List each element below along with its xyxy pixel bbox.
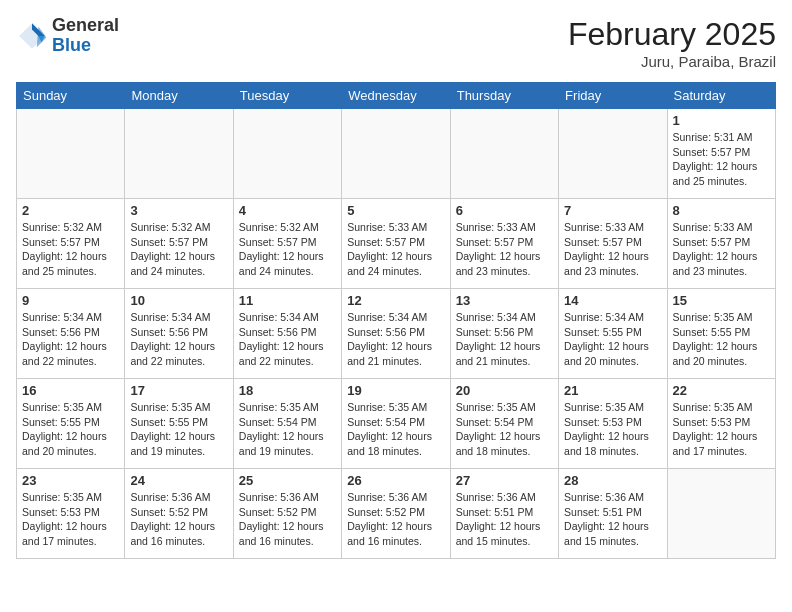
- day-number: 13: [456, 293, 553, 308]
- month-title: February 2025: [568, 16, 776, 53]
- day-number: 1: [673, 113, 770, 128]
- day-number: 24: [130, 473, 227, 488]
- day-cell: 21Sunrise: 5:35 AM Sunset: 5:53 PM Dayli…: [559, 379, 667, 469]
- day-cell: 27Sunrise: 5:36 AM Sunset: 5:51 PM Dayli…: [450, 469, 558, 559]
- day-info: Sunrise: 5:33 AM Sunset: 5:57 PM Dayligh…: [673, 220, 770, 279]
- day-number: 23: [22, 473, 119, 488]
- day-number: 6: [456, 203, 553, 218]
- calendar: SundayMondayTuesdayWednesdayThursdayFrid…: [16, 82, 776, 559]
- day-number: 10: [130, 293, 227, 308]
- weekday-header-tuesday: Tuesday: [233, 83, 341, 109]
- day-cell: 23Sunrise: 5:35 AM Sunset: 5:53 PM Dayli…: [17, 469, 125, 559]
- day-info: Sunrise: 5:35 AM Sunset: 5:53 PM Dayligh…: [564, 400, 661, 459]
- weekday-header-wednesday: Wednesday: [342, 83, 450, 109]
- day-cell: [342, 109, 450, 199]
- weekday-header-row: SundayMondayTuesdayWednesdayThursdayFrid…: [17, 83, 776, 109]
- day-number: 22: [673, 383, 770, 398]
- weekday-header-sunday: Sunday: [17, 83, 125, 109]
- day-cell: 5Sunrise: 5:33 AM Sunset: 5:57 PM Daylig…: [342, 199, 450, 289]
- day-number: 17: [130, 383, 227, 398]
- day-number: 28: [564, 473, 661, 488]
- day-info: Sunrise: 5:35 AM Sunset: 5:54 PM Dayligh…: [456, 400, 553, 459]
- day-cell: 2Sunrise: 5:32 AM Sunset: 5:57 PM Daylig…: [17, 199, 125, 289]
- day-cell: 17Sunrise: 5:35 AM Sunset: 5:55 PM Dayli…: [125, 379, 233, 469]
- day-info: Sunrise: 5:35 AM Sunset: 5:53 PM Dayligh…: [673, 400, 770, 459]
- day-cell: 28Sunrise: 5:36 AM Sunset: 5:51 PM Dayli…: [559, 469, 667, 559]
- day-number: 3: [130, 203, 227, 218]
- day-info: Sunrise: 5:36 AM Sunset: 5:51 PM Dayligh…: [456, 490, 553, 549]
- logo-text: General Blue: [52, 16, 119, 56]
- day-number: 21: [564, 383, 661, 398]
- day-cell: 22Sunrise: 5:35 AM Sunset: 5:53 PM Dayli…: [667, 379, 775, 469]
- day-cell: [233, 109, 341, 199]
- day-cell: 13Sunrise: 5:34 AM Sunset: 5:56 PM Dayli…: [450, 289, 558, 379]
- day-cell: 15Sunrise: 5:35 AM Sunset: 5:55 PM Dayli…: [667, 289, 775, 379]
- day-number: 14: [564, 293, 661, 308]
- day-cell: 20Sunrise: 5:35 AM Sunset: 5:54 PM Dayli…: [450, 379, 558, 469]
- day-info: Sunrise: 5:36 AM Sunset: 5:52 PM Dayligh…: [130, 490, 227, 549]
- day-number: 15: [673, 293, 770, 308]
- day-cell: 12Sunrise: 5:34 AM Sunset: 5:56 PM Dayli…: [342, 289, 450, 379]
- weekday-header-monday: Monday: [125, 83, 233, 109]
- day-cell: [17, 109, 125, 199]
- day-info: Sunrise: 5:34 AM Sunset: 5:55 PM Dayligh…: [564, 310, 661, 369]
- day-number: 12: [347, 293, 444, 308]
- weekday-header-friday: Friday: [559, 83, 667, 109]
- day-info: Sunrise: 5:33 AM Sunset: 5:57 PM Dayligh…: [456, 220, 553, 279]
- day-number: 11: [239, 293, 336, 308]
- day-number: 25: [239, 473, 336, 488]
- week-row-2: 2Sunrise: 5:32 AM Sunset: 5:57 PM Daylig…: [17, 199, 776, 289]
- day-number: 19: [347, 383, 444, 398]
- day-info: Sunrise: 5:35 AM Sunset: 5:54 PM Dayligh…: [347, 400, 444, 459]
- day-info: Sunrise: 5:35 AM Sunset: 5:53 PM Dayligh…: [22, 490, 119, 549]
- day-cell: 3Sunrise: 5:32 AM Sunset: 5:57 PM Daylig…: [125, 199, 233, 289]
- day-info: Sunrise: 5:35 AM Sunset: 5:55 PM Dayligh…: [673, 310, 770, 369]
- day-number: 27: [456, 473, 553, 488]
- day-info: Sunrise: 5:32 AM Sunset: 5:57 PM Dayligh…: [130, 220, 227, 279]
- day-number: 8: [673, 203, 770, 218]
- page-header: General Blue February 2025 Juru, Paraiba…: [16, 16, 776, 70]
- day-cell: 8Sunrise: 5:33 AM Sunset: 5:57 PM Daylig…: [667, 199, 775, 289]
- day-info: Sunrise: 5:35 AM Sunset: 5:55 PM Dayligh…: [22, 400, 119, 459]
- day-cell: 7Sunrise: 5:33 AM Sunset: 5:57 PM Daylig…: [559, 199, 667, 289]
- day-cell: 19Sunrise: 5:35 AM Sunset: 5:54 PM Dayli…: [342, 379, 450, 469]
- day-info: Sunrise: 5:34 AM Sunset: 5:56 PM Dayligh…: [239, 310, 336, 369]
- location: Juru, Paraiba, Brazil: [568, 53, 776, 70]
- day-number: 9: [22, 293, 119, 308]
- day-cell: 10Sunrise: 5:34 AM Sunset: 5:56 PM Dayli…: [125, 289, 233, 379]
- day-info: Sunrise: 5:33 AM Sunset: 5:57 PM Dayligh…: [347, 220, 444, 279]
- weekday-header-saturday: Saturday: [667, 83, 775, 109]
- day-cell: [450, 109, 558, 199]
- weekday-header-thursday: Thursday: [450, 83, 558, 109]
- day-cell: 18Sunrise: 5:35 AM Sunset: 5:54 PM Dayli…: [233, 379, 341, 469]
- day-number: 26: [347, 473, 444, 488]
- day-cell: 14Sunrise: 5:34 AM Sunset: 5:55 PM Dayli…: [559, 289, 667, 379]
- day-cell: [125, 109, 233, 199]
- week-row-4: 16Sunrise: 5:35 AM Sunset: 5:55 PM Dayli…: [17, 379, 776, 469]
- week-row-3: 9Sunrise: 5:34 AM Sunset: 5:56 PM Daylig…: [17, 289, 776, 379]
- day-info: Sunrise: 5:33 AM Sunset: 5:57 PM Dayligh…: [564, 220, 661, 279]
- day-info: Sunrise: 5:34 AM Sunset: 5:56 PM Dayligh…: [456, 310, 553, 369]
- day-info: Sunrise: 5:34 AM Sunset: 5:56 PM Dayligh…: [130, 310, 227, 369]
- day-cell: 24Sunrise: 5:36 AM Sunset: 5:52 PM Dayli…: [125, 469, 233, 559]
- day-number: 20: [456, 383, 553, 398]
- day-cell: 4Sunrise: 5:32 AM Sunset: 5:57 PM Daylig…: [233, 199, 341, 289]
- day-cell: 16Sunrise: 5:35 AM Sunset: 5:55 PM Dayli…: [17, 379, 125, 469]
- day-info: Sunrise: 5:32 AM Sunset: 5:57 PM Dayligh…: [239, 220, 336, 279]
- logo-icon: [16, 20, 48, 52]
- day-number: 16: [22, 383, 119, 398]
- day-cell: 26Sunrise: 5:36 AM Sunset: 5:52 PM Dayli…: [342, 469, 450, 559]
- day-info: Sunrise: 5:34 AM Sunset: 5:56 PM Dayligh…: [347, 310, 444, 369]
- day-cell: 6Sunrise: 5:33 AM Sunset: 5:57 PM Daylig…: [450, 199, 558, 289]
- week-row-5: 23Sunrise: 5:35 AM Sunset: 5:53 PM Dayli…: [17, 469, 776, 559]
- day-info: Sunrise: 5:35 AM Sunset: 5:55 PM Dayligh…: [130, 400, 227, 459]
- week-row-1: 1Sunrise: 5:31 AM Sunset: 5:57 PM Daylig…: [17, 109, 776, 199]
- day-cell: 25Sunrise: 5:36 AM Sunset: 5:52 PM Dayli…: [233, 469, 341, 559]
- day-info: Sunrise: 5:35 AM Sunset: 5:54 PM Dayligh…: [239, 400, 336, 459]
- day-info: Sunrise: 5:36 AM Sunset: 5:52 PM Dayligh…: [347, 490, 444, 549]
- day-number: 4: [239, 203, 336, 218]
- day-cell: 11Sunrise: 5:34 AM Sunset: 5:56 PM Dayli…: [233, 289, 341, 379]
- day-info: Sunrise: 5:36 AM Sunset: 5:52 PM Dayligh…: [239, 490, 336, 549]
- day-info: Sunrise: 5:31 AM Sunset: 5:57 PM Dayligh…: [673, 130, 770, 189]
- day-number: 5: [347, 203, 444, 218]
